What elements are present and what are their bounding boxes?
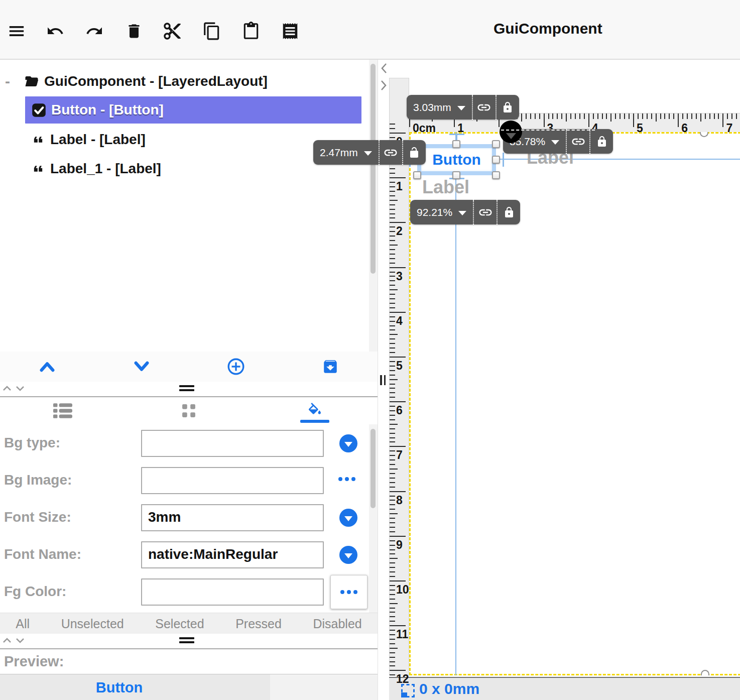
- tab-style-properties[interactable]: [295, 397, 335, 424]
- property-form: Bg type: Bg Image: Font Size: 3mm Font N…: [0, 424, 378, 613]
- height-mm-dropdown[interactable]: 2.47mm: [313, 140, 379, 165]
- move-down-button[interactable]: [130, 355, 153, 378]
- resize-handle-ne[interactable]: [492, 140, 500, 148]
- quote-icon: [30, 133, 46, 147]
- resize-handle-se[interactable]: [492, 171, 500, 179]
- props-scrollbar[interactable]: [369, 424, 378, 613]
- ruler-number: 5: [396, 359, 403, 373]
- bg-image-input[interactable]: [141, 467, 324, 494]
- tree-root-row[interactable]: - GuiComponent - [LayeredLayout]: [0, 67, 369, 95]
- link-button[interactable]: [473, 200, 497, 224]
- chevron-down-icon: [457, 106, 465, 110]
- move-up-button[interactable]: [36, 355, 59, 378]
- tree-item-label: Button - [Button]: [51, 102, 164, 118]
- ruler-number: 1: [396, 180, 403, 193]
- chevron-down-icon: [551, 140, 559, 145]
- panel-splitter-a[interactable]: [0, 382, 378, 397]
- undo-icon[interactable]: [45, 21, 65, 41]
- badge-value: 92.21%: [417, 206, 452, 218]
- copy-icon[interactable]: [202, 21, 222, 41]
- font-size-input[interactable]: 3mm: [141, 504, 324, 531]
- link-button[interactable]: [472, 95, 496, 120]
- props-scrollbar-thumb[interactable]: [371, 429, 376, 508]
- canvas-button-element[interactable]: Button: [417, 144, 496, 175]
- tree-scrollbar[interactable]: [369, 60, 378, 352]
- tab-grid-properties[interactable]: [169, 397, 209, 424]
- archive-button[interactable]: [319, 355, 342, 378]
- ruler-number: 10: [396, 583, 409, 597]
- height-percent-badge: 92.21%: [410, 200, 520, 224]
- tab-list-properties[interactable]: [43, 397, 83, 424]
- field-label: Fg Color:: [4, 584, 66, 600]
- fg-color-picker-button[interactable]: [330, 575, 367, 609]
- font-size-dropdown-button[interactable]: [339, 509, 357, 527]
- collapse-left-icon[interactable]: [380, 62, 388, 77]
- width-mm-dropdown[interactable]: 3.03mm: [407, 95, 472, 120]
- link-button[interactable]: [566, 129, 589, 154]
- lock-open-icon: [408, 146, 420, 159]
- bg-image-browse-button[interactable]: [338, 477, 355, 481]
- vertical-splitter-grip[interactable]: [380, 375, 388, 387]
- add-component-button[interactable]: [224, 355, 248, 378]
- resize-handle-sw[interactable]: [413, 171, 421, 179]
- status-bar: 0 x 0mm: [389, 677, 740, 700]
- cut-icon[interactable]: [162, 21, 182, 41]
- canvas-label-element[interactable]: Label: [422, 177, 469, 198]
- canvas-button-text: Button: [432, 151, 481, 168]
- lock-icon: [502, 101, 514, 114]
- collapse-down-icon[interactable]: [15, 637, 25, 646]
- resize-handle-e[interactable]: [492, 156, 500, 164]
- dashed-guide-line: [501, 130, 595, 131]
- tree-scrollbar-thumb[interactable]: [371, 64, 376, 274]
- lock-button[interactable]: [497, 200, 520, 224]
- redo-icon[interactable]: [84, 21, 104, 41]
- lock-button[interactable]: [589, 129, 613, 154]
- state-tab-selected[interactable]: Selected: [155, 617, 204, 631]
- chevron-down-icon: [344, 442, 352, 447]
- delete-icon[interactable]: [124, 21, 144, 41]
- resize-handle-n[interactable]: [452, 140, 460, 148]
- active-tab-indicator: [300, 420, 329, 423]
- collapse-up-icon[interactable]: [2, 385, 12, 394]
- lock-icon: [596, 135, 608, 148]
- paste-icon[interactable]: [241, 21, 261, 41]
- link-icon: [383, 145, 398, 160]
- anchor-handle[interactable]: [500, 121, 522, 143]
- state-tab-bar: All Unselected Selected Pressed Disabled: [0, 613, 378, 634]
- guide-cap-right: [503, 153, 504, 167]
- drag-handle-icon[interactable]: [179, 637, 194, 645]
- collapse-indicator[interactable]: -: [5, 73, 10, 90]
- state-tab-unselected[interactable]: Unselected: [61, 617, 124, 631]
- panel-splitter-b[interactable]: [0, 634, 378, 649]
- field-label: Bg type:: [4, 435, 60, 451]
- guide-marker-bottom[interactable]: [701, 670, 709, 675]
- tree-item-button[interactable]: Button - [Button]: [25, 96, 361, 124]
- ruler-number: 2: [396, 224, 403, 238]
- ruler-number: 6: [681, 122, 688, 135]
- drag-handle-icon[interactable]: [179, 385, 194, 393]
- collapse-up-icon[interactable]: [2, 637, 12, 646]
- ruler-number: 11: [396, 628, 408, 641]
- font-name-input[interactable]: native:MainRegular: [141, 541, 324, 568]
- font-name-dropdown-button[interactable]: [339, 546, 357, 564]
- fg-color-input[interactable]: [141, 578, 324, 606]
- link-button[interactable]: [379, 140, 402, 165]
- folder-open-icon: [23, 74, 40, 89]
- menu-icon[interactable]: [7, 21, 27, 41]
- bg-type-input[interactable]: [141, 430, 324, 457]
- lock-open-button[interactable]: [402, 140, 426, 165]
- resize-handle-s[interactable]: [452, 171, 460, 179]
- ruler-number: 3: [396, 270, 403, 283]
- badge-value: 2.47mm: [320, 147, 358, 159]
- lock-button[interactable]: [496, 95, 519, 120]
- expand-right-icon[interactable]: [380, 79, 388, 94]
- state-tab-all[interactable]: All: [16, 617, 30, 631]
- receipt-icon[interactable]: [280, 21, 300, 41]
- collapse-down-icon[interactable]: [15, 385, 25, 394]
- state-tab-pressed[interactable]: Pressed: [235, 617, 282, 631]
- state-tab-disabled[interactable]: Disabled: [313, 617, 361, 631]
- tree-nav-bar: [0, 352, 378, 382]
- height-percent-dropdown[interactable]: 92.21%: [410, 200, 473, 224]
- checkbox-checked-icon[interactable]: [32, 103, 46, 118]
- bg-type-dropdown-button[interactable]: [339, 434, 357, 452]
